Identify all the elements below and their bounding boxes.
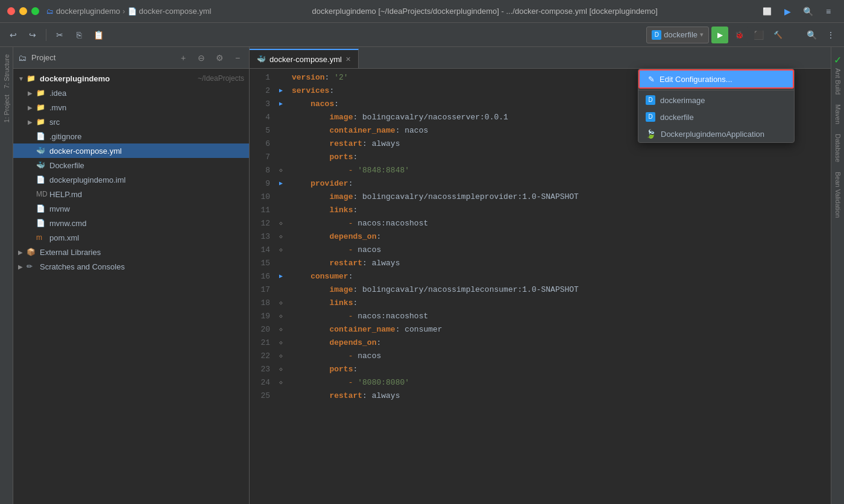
tree-item-helpmd[interactable]: ▶ MD HELP.md bbox=[13, 187, 249, 201]
code-line-25: restart: always bbox=[287, 389, 831, 403]
run-button[interactable]: ▶ bbox=[711, 27, 728, 43]
cut-icon[interactable]: ✂ bbox=[51, 27, 68, 43]
config-chevron: ▾ bbox=[700, 31, 704, 39]
dropdown-item-dockerimage[interactable]: D dockerimage bbox=[638, 92, 794, 109]
tree-item-gitignore[interactable]: ▶ 📄 .gitignore bbox=[13, 129, 249, 143]
maven-label[interactable]: Maven bbox=[833, 102, 843, 127]
docker-icon: D bbox=[652, 30, 661, 40]
run-config-name: dockerfile bbox=[664, 30, 698, 39]
code-line-21: depends_on: bbox=[287, 336, 831, 350]
structure-panel-label[interactable]: 7: Structure bbox=[2, 52, 11, 91]
debug-button[interactable]: 🐞 bbox=[731, 27, 748, 43]
tree-item-docker-compose[interactable]: ▶ 🐳 docker-compose.yml bbox=[13, 143, 249, 158]
tab-close-button[interactable]: ✕ bbox=[345, 55, 351, 63]
window-title: dockerplugindemo [~/IdeaProjects/dockerp… bbox=[212, 7, 758, 16]
file-tree: ▼ 📁 dockerplugindemo ~/IdeaProjects ▶ 📁 … bbox=[13, 69, 249, 504]
code-line-10: image: bolingcavalry/nacossimpleprovider… bbox=[287, 191, 831, 204]
tree-item-external-libs[interactable]: ▶ 📦 External Libraries bbox=[13, 245, 249, 259]
tree-item-mvnw[interactable]: ▶ 📄 mvnw bbox=[13, 201, 249, 216]
root-path: ~/IdeaProjects bbox=[198, 74, 244, 83]
code-line-20: container_name: consumer bbox=[287, 323, 831, 336]
close-button[interactable] bbox=[7, 7, 15, 15]
code-line-7: ports: bbox=[287, 151, 831, 164]
redo-icon[interactable]: ↪ bbox=[24, 27, 41, 43]
gear-icon[interactable]: ⚙ bbox=[213, 51, 226, 65]
settings-icon[interactable]: ≡ bbox=[820, 3, 837, 20]
dockerimage-icon: D bbox=[646, 95, 655, 105]
ant-build-label[interactable]: Ant Build bbox=[833, 66, 843, 97]
edit-config-label: Edit Configurations... bbox=[660, 75, 732, 84]
code-line-19: - nacos:nacoshost bbox=[287, 310, 831, 323]
dockerfile-icon: D bbox=[646, 112, 655, 122]
run-config-selector[interactable]: D dockerfile ▾ bbox=[646, 27, 709, 43]
edit-config-icon: ✎ bbox=[648, 75, 655, 84]
spring-icon: 🍃 bbox=[646, 129, 656, 139]
copy-icon[interactable]: ⎘ bbox=[71, 27, 87, 43]
tab-bar: 🐳 docker-compose.yml ✕ bbox=[250, 47, 831, 69]
code-line-22: - nacos bbox=[287, 350, 831, 363]
tree-item-src[interactable]: ▶ 📁 src bbox=[13, 115, 249, 129]
scratches-label: Scratches and Consoles bbox=[40, 262, 244, 271]
database-label[interactable]: Database bbox=[833, 131, 843, 165]
code-line-8: - '8848:8848' bbox=[287, 164, 831, 177]
paste-icon[interactable]: 📋 bbox=[90, 27, 107, 43]
checkmark-icon: ✓ bbox=[834, 54, 842, 66]
tree-item-idea[interactable]: ▶ 📁 .idea bbox=[13, 86, 249, 100]
editor-area: 🐳 docker-compose.yml ✕ 12345 678910 1112… bbox=[250, 47, 831, 504]
hide-panel-icon[interactable]: − bbox=[231, 51, 244, 65]
tree-item-pomxml[interactable]: ▶ m pom.xml bbox=[13, 230, 249, 245]
dropdown-item-dockerfile[interactable]: D dockerfile bbox=[638, 109, 794, 125]
code-line-18: links: bbox=[287, 297, 831, 310]
project-breadcrumb: dockerplugindemo bbox=[56, 7, 120, 16]
add-file-icon[interactable]: + bbox=[177, 51, 190, 65]
app-label: DockerplugindemoApplication bbox=[661, 130, 764, 139]
search-icon[interactable]: 🔍 bbox=[803, 27, 820, 43]
build-button[interactable]: 🔨 bbox=[769, 27, 786, 43]
run-config-area: D dockerfile ▾ ▶ 🐞 ⬛ 🔨 bbox=[646, 27, 786, 43]
tree-item-mvn[interactable]: ▶ 📁 .mvn bbox=[13, 100, 249, 115]
code-line-23: ports: bbox=[287, 363, 831, 376]
bean-validation-label[interactable]: Bean Validation bbox=[833, 169, 843, 220]
tab-docker-compose[interactable]: 🐳 docker-compose.yml ✕ bbox=[250, 49, 359, 68]
window-icon-2[interactable]: ▶ bbox=[779, 3, 796, 20]
code-line-14: - nacos bbox=[287, 244, 831, 257]
project-panel-label[interactable]: 1: Project bbox=[2, 92, 11, 125]
project-header: 🗂 Project + ⊖ ⚙ − bbox=[13, 47, 249, 69]
search-everywhere-icon[interactable]: 🔍 bbox=[799, 3, 816, 20]
stop-button[interactable]: ⬛ bbox=[750, 27, 767, 43]
gutter: ▶ ▶ ◇ ▶ ◇ ◇ ◇ ▶ ◇ ◇ ◇ ◇ ◇ bbox=[275, 69, 287, 504]
code-line-12: - nacos:nacoshost bbox=[287, 217, 831, 230]
tree-item-mvnwcmd[interactable]: ▶ 📄 mvnw.cmd bbox=[13, 216, 249, 230]
main-toolbar: ↩ ↪ ✂ ⎘ 📋 D dockerfile ▾ ▶ 🐞 ⬛ 🔨 🔍 ⋮ bbox=[0, 23, 844, 47]
edit-configurations-button[interactable]: ✎ Edit Configurations... bbox=[638, 69, 794, 89]
code-line-17: image: bolingcavalry/nacossimpleconsumer… bbox=[287, 283, 831, 297]
undo-icon[interactable]: ↩ bbox=[5, 27, 22, 43]
project-panel-title: Project bbox=[31, 53, 172, 62]
tree-item-iml[interactable]: ▶ 📄 dockerplugindemo.iml bbox=[13, 172, 249, 187]
dropdown-menu: ✎ Edit Configurations... D dockerimage D… bbox=[638, 69, 795, 143]
tab-label: docker-compose.yml bbox=[269, 55, 342, 64]
traffic-lights bbox=[7, 7, 39, 15]
title-bar: 🗂 dockerplugindemo › 📄 docker-compose.ym… bbox=[0, 0, 844, 23]
code-line-16: consumer: bbox=[287, 270, 831, 283]
project-panel: 🗂 Project + ⊖ ⚙ − ▼ 📁 dockerplugindemo ~… bbox=[13, 47, 250, 504]
right-sidebar: ✓ Ant Build Maven Database Bean Validati… bbox=[831, 47, 844, 504]
file-breadcrumb: docker-compose.yml bbox=[139, 7, 212, 16]
window-icon-1[interactable]: ⬜ bbox=[758, 3, 775, 20]
dockerfile-label: dockerfile bbox=[660, 113, 694, 122]
code-line-24: - '8080:8080' bbox=[287, 376, 831, 389]
collapse-all-icon[interactable]: ⊖ bbox=[195, 51, 208, 65]
dropdown-overlay: ✎ Edit Configurations... D dockerimage D… bbox=[638, 69, 795, 143]
minimize-button[interactable] bbox=[19, 7, 27, 15]
left-strip: 7: Structure 1: Project bbox=[0, 47, 13, 504]
line-numbers: 12345 678910 1112131415 1617181920 21222… bbox=[250, 69, 275, 504]
tree-item-dockerfile[interactable]: ▶ 🐳 Dockerfile bbox=[13, 158, 249, 172]
code-line-9: provider: bbox=[287, 177, 831, 191]
tree-root[interactable]: ▼ 📁 dockerplugindemo ~/IdeaProjects bbox=[13, 71, 249, 86]
dockerimage-label: dockerimage bbox=[660, 96, 705, 105]
dropdown-item-app[interactable]: 🍃 DockerplugindemoApplication bbox=[638, 125, 794, 142]
tree-item-scratches[interactable]: ▶ ✏ Scratches and Consoles bbox=[13, 259, 249, 274]
maximize-button[interactable] bbox=[31, 7, 39, 15]
code-line-11: links: bbox=[287, 204, 831, 217]
more-actions-icon[interactable]: ⋮ bbox=[822, 27, 839, 43]
